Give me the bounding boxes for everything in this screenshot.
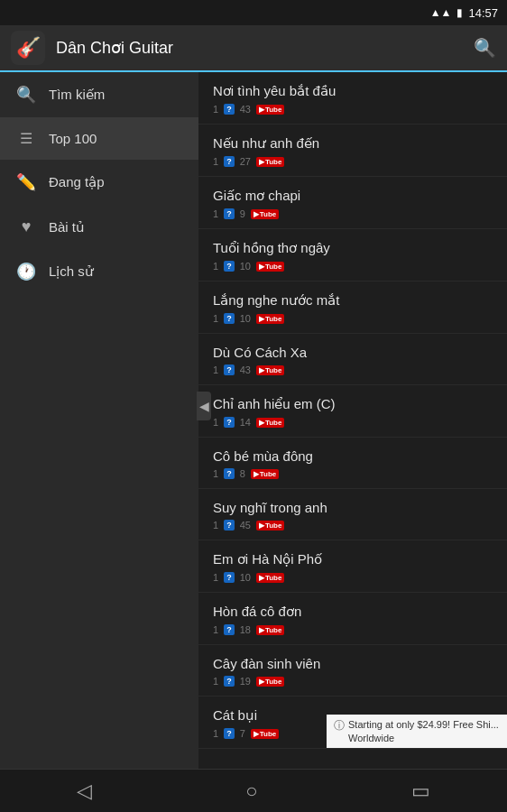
song-num: 1 bbox=[213, 313, 218, 324]
song-count: 14 bbox=[240, 417, 251, 428]
song-num: 1 bbox=[213, 572, 218, 583]
list-icon: ☰ bbox=[16, 130, 36, 147]
song-title: Dù Có Cách Xa bbox=[213, 345, 493, 360]
youtube-badge: ▶Tube bbox=[256, 418, 285, 428]
list-item[interactable]: Cát bụi 1 ? 7 ▶Tube ⓘ Starting at only $… bbox=[198, 697, 507, 749]
list-item[interactable]: Suy nghĩ trong anh 1 ? 45 ▶Tube bbox=[198, 489, 507, 540]
search-sidebar-icon: 🔍 bbox=[16, 85, 36, 105]
song-meta: 1 ? 27 ▶Tube bbox=[213, 156, 493, 167]
song-count: 19 bbox=[240, 676, 251, 687]
guitar-icon: 🎸 bbox=[16, 36, 41, 60]
song-num: 1 bbox=[213, 156, 218, 167]
song-meta: 1 ? 43 ▶Tube bbox=[213, 364, 493, 375]
list-item[interactable]: Nếu như anh đến 1 ? 27 ▶Tube bbox=[198, 125, 507, 177]
list-item[interactable]: Tuổi hồng thơ ngây 1 ? 10 ▶Tube bbox=[198, 229, 507, 281]
badge-blue: ? bbox=[224, 676, 235, 687]
sidebar-item-top100[interactable]: ☰ Top 100 bbox=[0, 117, 198, 160]
song-title: Giấc mơ chapi bbox=[213, 188, 493, 204]
song-title: Cây đàn sinh viên bbox=[213, 656, 493, 671]
song-num: 1 bbox=[213, 728, 218, 739]
song-num: 1 bbox=[213, 417, 218, 428]
song-num: 1 bbox=[213, 624, 218, 635]
list-item[interactable]: Giấc mơ chapi 1 ? 9 ▶Tube bbox=[198, 177, 507, 229]
song-num: 1 bbox=[213, 676, 218, 687]
sidebar-item-label-practicing: Đang tập bbox=[49, 174, 105, 190]
song-num: 1 bbox=[213, 104, 218, 115]
song-meta: 1 ? 14 ▶Tube bbox=[213, 417, 493, 428]
youtube-badge: ▶Tube bbox=[256, 157, 285, 167]
status-bar: ▲▲ ▮ 14:57 bbox=[0, 0, 507, 25]
song-title: Em ơi Hà Nội Phố bbox=[213, 551, 493, 567]
badge-blue: ? bbox=[224, 520, 235, 531]
list-item[interactable]: Chỉ anh hiểu em (C) 1 ? 14 ▶Tube bbox=[198, 385, 507, 438]
song-title: Cô bé mùa đông bbox=[213, 448, 493, 464]
app-logo: 🎸 bbox=[11, 31, 45, 65]
back-button[interactable]: ◁ bbox=[55, 772, 114, 810]
wifi-icon: ▲▲ bbox=[430, 6, 452, 19]
badge-blue: ? bbox=[224, 104, 235, 115]
song-meta: 1 ? 19 ▶Tube bbox=[213, 676, 493, 687]
pencil-icon: ✏️ bbox=[16, 172, 36, 192]
ad-icon: ⓘ bbox=[334, 719, 345, 734]
sidebar-item-label-top100: Top 100 bbox=[49, 131, 97, 146]
sidebar-item-label-history: Lịch sử bbox=[49, 263, 94, 280]
list-item[interactable]: Hòn đá cô đơn 1 ? 18 ▶Tube bbox=[198, 593, 507, 645]
youtube-badge: ▶Tube bbox=[256, 521, 285, 531]
youtube-badge: ▶Tube bbox=[251, 469, 280, 479]
song-count: 18 bbox=[240, 624, 251, 635]
ad-text: Starting at only $24.99! Free Shi... Wor… bbox=[348, 718, 500, 744]
song-meta: 1 ? 10 ▶Tube bbox=[213, 572, 493, 583]
song-meta: 1 ? 43 ▶Tube bbox=[213, 104, 493, 115]
clock-icon: 🕐 bbox=[16, 262, 36, 281]
youtube-badge: ▶Tube bbox=[251, 209, 280, 219]
song-title: Nơi tình yêu bắt đầu bbox=[213, 83, 493, 99]
status-bar-right: ▲▲ ▮ 14:57 bbox=[430, 6, 498, 20]
sidebar-item-history[interactable]: 🕐 Lịch sử bbox=[0, 249, 198, 294]
badge-blue: ? bbox=[224, 208, 235, 219]
youtube-badge: ▶Tube bbox=[256, 625, 285, 635]
song-title: Chỉ anh hiểu em (C) bbox=[213, 396, 493, 412]
home-button[interactable]: ○ bbox=[224, 772, 279, 810]
badge-blue: ? bbox=[224, 261, 235, 272]
song-count: 10 bbox=[240, 261, 251, 272]
bottom-nav: ◁ ○ ▭ bbox=[0, 769, 507, 812]
list-item[interactable]: Em ơi Hà Nội Phố 1 ? 10 ▶Tube bbox=[198, 540, 507, 593]
badge-blue: ? bbox=[224, 728, 235, 739]
song-meta: 1 ? 45 ▶Tube bbox=[213, 520, 493, 531]
heart-icon: ♥ bbox=[16, 217, 36, 236]
list-item[interactable]: Cô bé mùa đông 1 ? 8 ▶Tube bbox=[198, 438, 507, 489]
sidebar-item-favorites[interactable]: ♥ Bài tủ bbox=[0, 205, 198, 249]
song-count: 7 bbox=[240, 728, 245, 739]
song-count: 43 bbox=[240, 364, 251, 375]
status-time: 14:57 bbox=[468, 6, 498, 20]
youtube-badge: ▶Tube bbox=[256, 314, 285, 324]
song-meta: 1 ? 10 ▶Tube bbox=[213, 313, 493, 324]
sidebar-item-practicing[interactable]: ✏️ Đang tập bbox=[0, 160, 198, 205]
sidebar-item-label-favorites: Bài tủ bbox=[49, 219, 85, 235]
sidebar-item-label-search: Tìm kiếm bbox=[49, 87, 105, 103]
app-title: Dân Chơi Guitar bbox=[56, 38, 474, 58]
search-icon[interactable]: 🔍 bbox=[474, 37, 496, 59]
collapse-arrow[interactable]: ◀ bbox=[197, 392, 211, 420]
recent-apps-button[interactable]: ▭ bbox=[390, 772, 452, 810]
song-meta: 1 ? 10 ▶Tube bbox=[213, 261, 493, 272]
song-meta: 1 ? 9 ▶Tube bbox=[213, 208, 493, 219]
song-num: 1 bbox=[213, 364, 218, 375]
sidebar-item-search[interactable]: 🔍 Tìm kiếm bbox=[0, 72, 198, 117]
youtube-badge: ▶Tube bbox=[256, 105, 285, 115]
content-area[interactable]: Nơi tình yêu bắt đầu 1 ? 43 ▶Tube Nếu nh… bbox=[198, 72, 507, 769]
list-item[interactable]: Dù Có Cách Xa 1 ? 43 ▶Tube bbox=[198, 334, 507, 385]
song-title: Nếu như anh đến bbox=[213, 135, 493, 152]
badge-blue: ? bbox=[224, 313, 235, 324]
badge-blue: ? bbox=[224, 417, 235, 428]
list-item[interactable]: Lắng nghe nước mắt 1 ? 10 ▶Tube bbox=[198, 281, 507, 334]
youtube-badge: ▶Tube bbox=[256, 365, 285, 375]
main-layout: 🔍 Tìm kiếm ☰ Top 100 ✏️ Đang tập ♥ Bài t… bbox=[0, 72, 507, 769]
song-title: Suy nghĩ trong anh bbox=[213, 500, 493, 515]
youtube-badge: ▶Tube bbox=[251, 729, 280, 739]
list-item[interactable]: Cây đàn sinh viên 1 ? 19 ▶Tube bbox=[198, 645, 507, 697]
song-count: 9 bbox=[240, 208, 245, 219]
badge-blue: ? bbox=[224, 624, 235, 635]
list-item[interactable]: Nơi tình yêu bắt đầu 1 ? 43 ▶Tube bbox=[198, 72, 507, 125]
ad-banner: ⓘ Starting at only $24.99! Free Shi... W… bbox=[327, 715, 507, 748]
